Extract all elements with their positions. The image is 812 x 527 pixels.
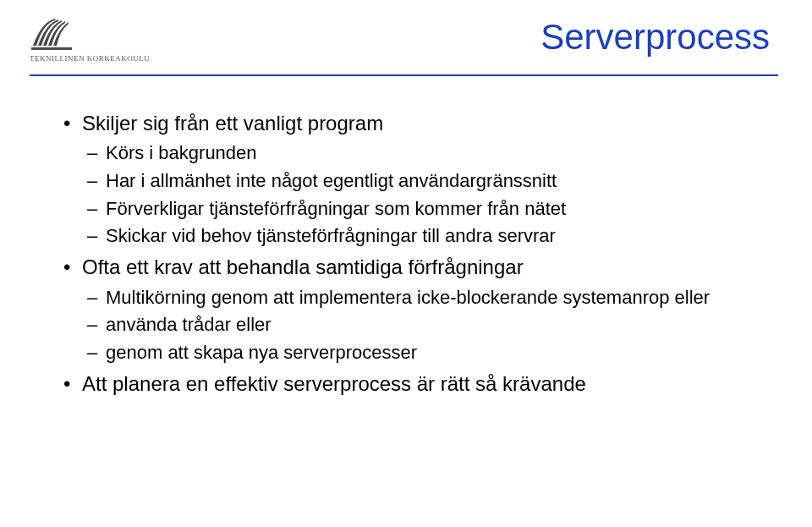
slide-header: TEKNILLINEN KORKEAKOULU Serverprocess: [0, 0, 812, 63]
list-item: Förverkligar tjänsteförfrågningar som ko…: [82, 196, 761, 222]
sub-list: Multikörning genom att implementera icke…: [82, 285, 761, 365]
institution-name: TEKNILLINEN KORKEAKOULU: [30, 54, 150, 63]
bullet-text: Ofta ett krav att behandla samtidiga för…: [82, 255, 524, 278]
list-item: Körs i bakgrunden: [82, 140, 761, 166]
list-item: genom att skapa nya serverprocesser: [82, 340, 761, 365]
list-item: Har i allmänhet inte något egentligt anv…: [82, 168, 761, 194]
svg-rect-0: [31, 47, 72, 50]
list-item: använda trådar eller: [82, 312, 761, 338]
bullet-text: Körs i bakgrunden: [106, 142, 257, 163]
list-item: Skiljer sig från ett vanligt program Kör…: [63, 110, 761, 249]
bullet-text: Skickar vid behov tjänsteförfrågningar t…: [106, 225, 556, 246]
bullet-text: Skiljer sig från ett vanligt program: [82, 112, 383, 134]
bullet-text: Att planera en effektiv serverprocess är…: [82, 372, 586, 395]
list-item: Multikörning genom att implementera icke…: [82, 285, 761, 310]
list-item: Ofta ett krav att behandla samtidiga för…: [63, 254, 761, 365]
slide-content: Skiljer sig från ett vanligt program Kör…: [0, 76, 812, 398]
slide-title: Serverprocess: [150, 15, 778, 58]
logo-area: TEKNILLINEN KORKEAKOULU: [30, 15, 150, 63]
bullet-list: Skiljer sig från ett vanligt program Kör…: [63, 110, 761, 398]
bullet-text: använda trådar eller: [106, 314, 272, 335]
list-item: Att planera en effektiv serverprocess är…: [63, 371, 761, 398]
university-logo-icon: [30, 15, 77, 52]
list-item: Skickar vid behov tjänsteförfrågningar t…: [82, 223, 761, 249]
bullet-text: Har i allmänhet inte något egentligt anv…: [106, 170, 557, 191]
bullet-text: Multikörning genom att implementera icke…: [106, 287, 710, 308]
sub-list: Körs i bakgrunden Har i allmänhet inte n…: [82, 140, 761, 249]
bullet-text: Förverkligar tjänsteförfrågningar som ko…: [106, 198, 566, 219]
bullet-text: genom att skapa nya serverprocesser: [106, 342, 417, 363]
